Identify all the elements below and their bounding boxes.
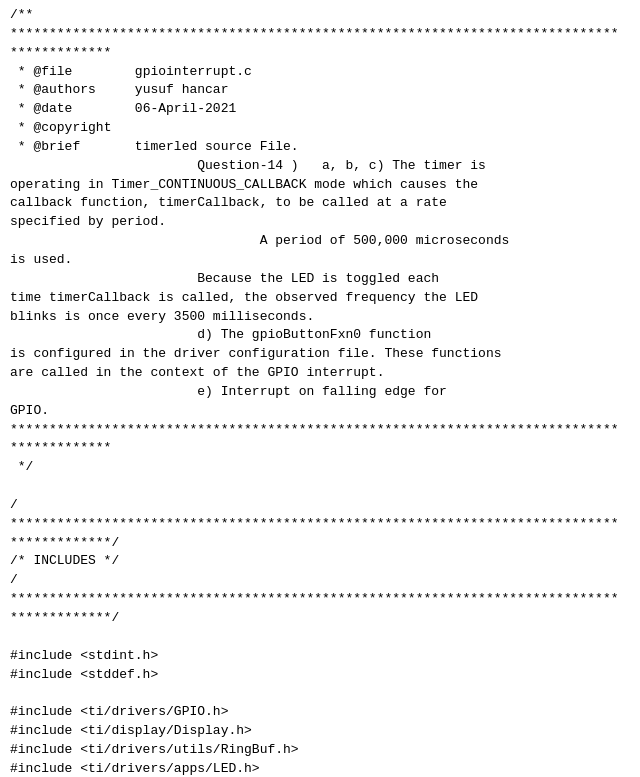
code-line: ****************************************… <box>10 25 630 44</box>
code-line: ************* <box>10 439 630 458</box>
code-line: e) Interrupt on falling edge for <box>10 383 630 402</box>
code-line: are called in the context of the GPIO in… <box>10 364 630 383</box>
code-line: #include <ti/drivers/utils/RingBuf.h> <box>10 741 630 760</box>
code-line: / <box>10 496 630 515</box>
code-line: */ <box>10 458 630 477</box>
code-line: #include <ti/display/Display.h> <box>10 722 630 741</box>
code-line: #include <ti/drivers/apps/LED.h> <box>10 760 630 777</box>
code-line: ************* <box>10 44 630 63</box>
code-line: *************/ <box>10 609 630 628</box>
code-line: * @copyright <box>10 119 630 138</box>
code-line: /** <box>10 6 630 25</box>
code-line: ****************************************… <box>10 515 630 534</box>
code-line: operating in Timer_CONTINUOUS_CALLBACK m… <box>10 176 630 195</box>
code-line: #include <stddef.h> <box>10 666 630 685</box>
code-line: Because the LED is toggled each <box>10 270 630 289</box>
code-line <box>10 628 630 647</box>
code-line: * @file gpiointerrupt.c <box>10 63 630 82</box>
code-line: Question-14 ) a, b, c) The timer is <box>10 157 630 176</box>
code-line: d) The gpioButtonFxn0 function <box>10 326 630 345</box>
code-line: #include <ti/drivers/GPIO.h> <box>10 703 630 722</box>
code-line: is configured in the driver configuratio… <box>10 345 630 364</box>
code-line: GPIO. <box>10 402 630 421</box>
code-line: *************/ <box>10 534 630 553</box>
code-line: blinks is once every 3500 milliseconds. <box>10 308 630 327</box>
code-line: * @brief timerled source File. <box>10 138 630 157</box>
code-line: specified by period. <box>10 213 630 232</box>
code-line: time timerCallback is called, the observ… <box>10 289 630 308</box>
code-line: / <box>10 571 630 590</box>
code-line <box>10 684 630 703</box>
code-line <box>10 477 630 496</box>
code-line: callback function, timerCallback, to be … <box>10 194 630 213</box>
code-line: ****************************************… <box>10 421 630 440</box>
code-line: ****************************************… <box>10 590 630 609</box>
code-editor: /***************************************… <box>0 0 640 777</box>
code-line: * @date 06-April-2021 <box>10 100 630 119</box>
code-line: * @authors yusuf hancar <box>10 81 630 100</box>
code-line: A period of 500,000 microseconds <box>10 232 630 251</box>
code-line: is used. <box>10 251 630 270</box>
code-line: /* INCLUDES */ <box>10 552 630 571</box>
code-line: #include <stdint.h> <box>10 647 630 666</box>
